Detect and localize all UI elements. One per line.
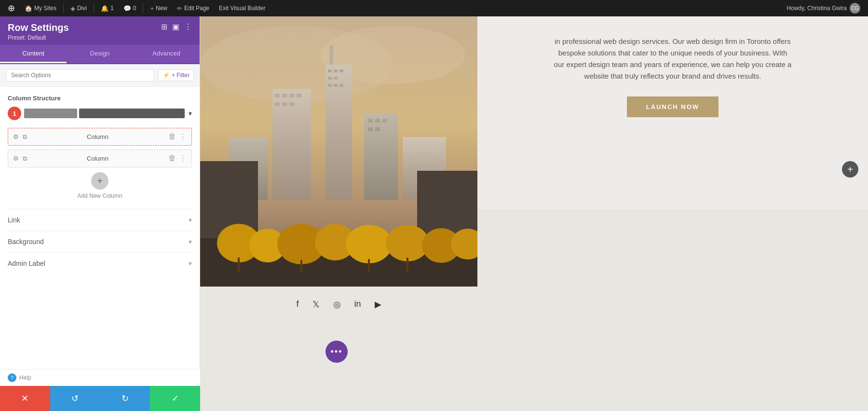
panel-preset[interactable]: Preset: Default xyxy=(8,34,69,41)
accordion-link-header[interactable]: Link ▾ xyxy=(8,216,192,224)
comment-icon: 💬 xyxy=(123,5,131,12)
column-structure-selector: 1 ▾ xyxy=(8,107,192,120)
home-icon: 🏠 xyxy=(25,5,32,12)
chevron-down-icon[interactable]: ▾ xyxy=(189,110,192,117)
user-avatar: CG xyxy=(850,3,860,14)
chevron-down-icon-bg: ▾ xyxy=(189,238,192,246)
panel-title: Row Settings xyxy=(8,22,69,33)
new-label: New xyxy=(156,5,167,12)
launch-now-button[interactable]: LAUNCH NOW xyxy=(627,96,719,117)
undo-button[interactable]: ↺ xyxy=(50,386,100,411)
col-bar-left xyxy=(24,109,77,118)
wordpress-logo-icon[interactable]: ⊕ xyxy=(4,3,19,14)
comment-count: 0 xyxy=(133,5,136,12)
svg-rect-25 xyxy=(368,127,373,131)
divi-icon: ◈ xyxy=(70,5,75,12)
youtube-icon[interactable]: ▶ xyxy=(375,299,381,310)
dots-icon: ••• xyxy=(331,347,343,357)
col-bar-right xyxy=(79,109,185,118)
accordion-background-header[interactable]: Background ▾ xyxy=(8,238,192,246)
tab-content[interactable]: Content xyxy=(0,45,67,63)
user-howdy[interactable]: Howdy, Christina Gwira CG xyxy=(783,3,864,14)
gear-icon[interactable]: ⚙ xyxy=(13,133,19,140)
save-button[interactable]: ✓ xyxy=(150,386,200,411)
gear-icon-2[interactable]: ⚙ xyxy=(13,155,19,162)
table-row: ⚙ ⧉ Column 🗑 ⋮ xyxy=(8,128,192,146)
sidebar-panel: Row Settings Preset: Default ⊞ ▣ ⋮ Conte… xyxy=(0,16,200,411)
svg-rect-6 xyxy=(334,69,338,72)
tab-bar: Content Design Advanced xyxy=(0,45,200,64)
accordion-admin-header[interactable]: Admin Label ▾ xyxy=(8,260,192,267)
facebook-icon[interactable]: f xyxy=(296,299,298,310)
add-section-button[interactable]: + xyxy=(842,161,858,178)
svg-rect-15 xyxy=(282,94,287,97)
cancel-button[interactable]: ✕ xyxy=(0,386,50,411)
more-options-icon-2[interactable]: ⋮ xyxy=(179,154,187,163)
svg-rect-7 xyxy=(339,69,343,72)
instagram-icon[interactable]: ◎ xyxy=(333,299,341,310)
svg-rect-19 xyxy=(282,102,287,106)
svg-rect-22 xyxy=(368,119,373,123)
svg-rect-14 xyxy=(275,94,280,97)
copy-icon-2[interactable]: ⧉ xyxy=(23,155,27,163)
svg-rect-9 xyxy=(334,77,338,80)
search-row: ⚡ + Filter xyxy=(0,64,200,87)
col-bars-wrapper[interactable] xyxy=(24,109,185,118)
svg-rect-43 xyxy=(407,258,408,272)
nav-separator xyxy=(63,3,64,13)
nav-notifications[interactable]: 🔔 1 xyxy=(97,0,118,16)
more-icon[interactable]: ⋮ xyxy=(184,22,192,31)
accordion-admin-label: Admin Label ▾ xyxy=(8,252,192,274)
more-options-icon[interactable]: ⋮ xyxy=(179,132,187,141)
nav-right-section: Howdy, Christina Gwira CG xyxy=(783,3,864,14)
tab-design[interactable]: Design xyxy=(67,45,133,63)
help-icon[interactable]: ? xyxy=(8,373,16,382)
copy-icon[interactable]: ⧉ xyxy=(23,133,27,141)
nav-new[interactable]: + New xyxy=(146,0,171,16)
svg-rect-23 xyxy=(375,119,380,123)
svg-rect-21 xyxy=(364,113,398,200)
twitter-icon[interactable]: 𝕏 xyxy=(312,299,320,310)
trash-icon-2[interactable]: 🗑 xyxy=(168,154,176,163)
filter-button[interactable]: ⚡ + Filter xyxy=(158,69,194,81)
svg-rect-8 xyxy=(328,77,332,80)
svg-rect-40 xyxy=(238,258,240,272)
plus-icon: + xyxy=(847,164,853,175)
divi-label: Divi xyxy=(77,5,87,12)
svg-rect-17 xyxy=(297,94,301,97)
save-icon: ✓ xyxy=(172,393,179,404)
nav-divi[interactable]: ◈ Divi xyxy=(67,0,91,16)
col-actions-1: 🗑 ⋮ xyxy=(168,132,187,141)
svg-rect-20 xyxy=(289,102,294,106)
chevron-down-icon-link: ▾ xyxy=(189,216,192,224)
column-structure-label: Column Structure xyxy=(8,95,192,102)
structure-wrapper: ▾ xyxy=(24,109,192,118)
chevron-down-icon-admin: ▾ xyxy=(189,260,192,267)
top-nav-bar: ⊕ 🏠 My Sites ◈ Divi 🔔 1 💬 0 + New ✏ Edit… xyxy=(0,0,868,16)
svg-rect-11 xyxy=(334,84,338,87)
add-column-label: Add New Column xyxy=(77,192,122,199)
trash-icon[interactable]: 🗑 xyxy=(168,132,176,141)
sidebar-content: Column Structure 1 ▾ ⚙ ⧉ Column 🗑 ⋮ ⚙ xyxy=(0,87,200,411)
svg-rect-10 xyxy=(328,84,332,87)
linkedin-icon[interactable]: in xyxy=(354,299,361,310)
svg-rect-42 xyxy=(368,259,370,272)
accordion-link: Link ▾ xyxy=(8,209,192,231)
expand-icon[interactable]: ⊞ xyxy=(161,22,167,31)
layout-icon[interactable]: ▣ xyxy=(172,22,179,31)
redo-icon: ↻ xyxy=(122,393,129,404)
nav-my-sites[interactable]: 🏠 My Sites xyxy=(21,0,60,16)
column-2-label: Column xyxy=(31,155,164,162)
add-new-column-button[interactable]: + Add New Column xyxy=(8,172,192,199)
my-sites-label: My Sites xyxy=(34,5,56,12)
exit-builder-label: Exit Visual Builder xyxy=(219,5,266,12)
search-input[interactable] xyxy=(6,69,154,82)
nav-edit-page[interactable]: ✏ Edit Page xyxy=(173,0,213,16)
tab-advanced[interactable]: Advanced xyxy=(133,45,200,63)
nav-comments[interactable]: 💬 0 xyxy=(120,0,140,16)
cityscape-svg xyxy=(200,16,477,287)
redo-button[interactable]: ↻ xyxy=(100,386,150,411)
right-text-area: in professional web design services. Our… xyxy=(477,16,868,209)
floating-menu-button[interactable]: ••• xyxy=(326,341,348,363)
nav-exit-builder[interactable]: Exit Visual Builder xyxy=(215,0,270,16)
